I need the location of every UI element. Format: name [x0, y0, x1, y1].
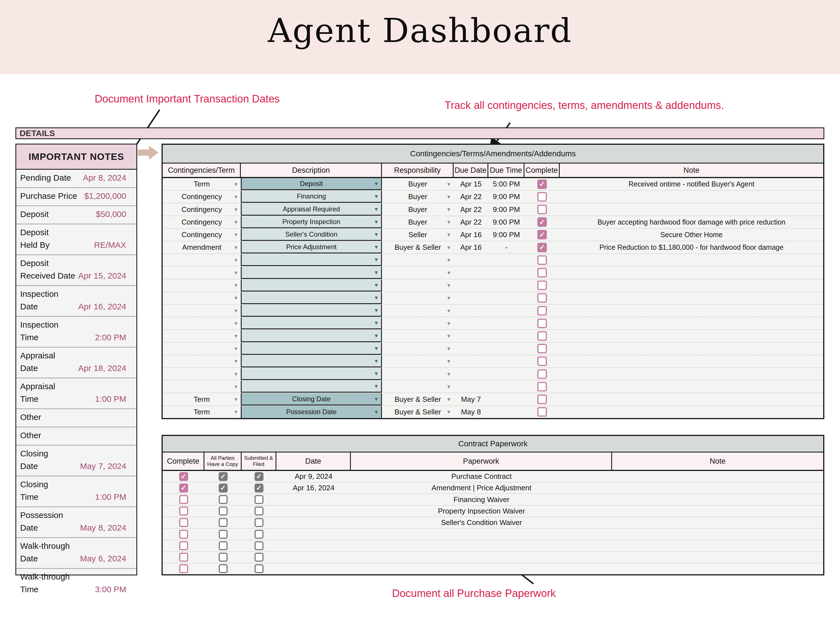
description-cell[interactable]: ▾	[241, 330, 382, 342]
chevron-down-icon[interactable]: ▾	[375, 307, 378, 314]
note-value[interactable]: 2:00 PM	[95, 331, 133, 344]
chevron-down-icon[interactable]: ▾	[375, 345, 378, 352]
chevron-down-icon[interactable]: ▾	[447, 371, 450, 377]
responsibility-cell[interactable]: ▾	[382, 381, 453, 393]
chevron-down-icon[interactable]: ▾	[447, 345, 450, 352]
note-row[interactable]: Possession Date May 8, 2024	[16, 507, 136, 538]
chevron-down-icon[interactable]: ▾	[375, 383, 378, 390]
note-cell[interactable]	[612, 494, 823, 505]
responsibility-cell[interactable]: Seller ▾	[382, 229, 453, 241]
responsibility-cell[interactable]: Buyer ▾	[382, 203, 453, 215]
note-cell[interactable]	[560, 355, 823, 367]
chevron-down-icon[interactable]: ▾	[234, 333, 237, 339]
contingency-type-cell[interactable]: ▾	[163, 317, 241, 329]
note-value[interactable]: 1:00 PM	[95, 393, 133, 405]
chevron-down-icon[interactable]: ▾	[234, 320, 237, 327]
all-parties-checkbox[interactable]	[219, 483, 227, 493]
complete-checkbox[interactable]	[537, 357, 547, 366]
description-cell[interactable]: Appraisal Required ▾	[241, 203, 382, 215]
note-row[interactable]: Deposit $50,000	[16, 206, 136, 224]
contingency-type-cell[interactable]: Contingency ▾	[163, 203, 241, 215]
responsibility-cell[interactable]: ▾	[382, 267, 453, 279]
note-row[interactable]: Other	[16, 427, 136, 445]
responsibility-cell[interactable]: ▾	[382, 254, 453, 266]
date-cell[interactable]	[276, 552, 351, 563]
chevron-down-icon[interactable]: ▾	[375, 319, 378, 326]
note-value[interactable]: $50,000	[96, 208, 133, 220]
chevron-down-icon[interactable]: ▾	[447, 409, 450, 415]
note-row[interactable]: Deposit Held By RE/MAX	[16, 224, 136, 255]
description-cell[interactable]: ▾	[241, 355, 382, 367]
chevron-down-icon[interactable]: ▾	[234, 231, 237, 238]
paperwork-cell[interactable]: Seller's Condition Waiver	[351, 517, 612, 528]
all-parties-checkbox[interactable]	[219, 541, 227, 550]
submitted-filed-checkbox[interactable]	[254, 472, 264, 481]
contingency-type-cell[interactable]: Term ▾	[163, 406, 241, 418]
due-time-cell[interactable]	[488, 393, 524, 405]
description-cell[interactable]: Possession Date ▾	[241, 406, 382, 418]
due-time-cell[interactable]	[488, 355, 524, 367]
chevron-down-icon[interactable]: ▾	[447, 269, 450, 276]
chevron-down-icon[interactable]: ▾	[234, 308, 237, 314]
contingency-type-cell[interactable]: ▾	[163, 305, 241, 317]
due-date-cell[interactable]	[453, 330, 488, 342]
responsibility-cell[interactable]: ▾	[382, 317, 453, 329]
note-cell[interactable]	[560, 343, 823, 355]
due-date-cell[interactable]: Apr 22	[453, 191, 488, 203]
note-value[interactable]: Apr 8, 2024	[83, 171, 133, 184]
responsibility-cell[interactable]: ▾	[382, 305, 453, 317]
complete-checkbox[interactable]	[179, 530, 188, 539]
contingency-type-cell[interactable]: ▾	[163, 279, 241, 292]
note-cell[interactable]	[560, 279, 823, 292]
description-cell[interactable]: Property Inspection ▾	[241, 216, 382, 228]
date-cell[interactable]: Apr 9, 2024	[276, 471, 351, 482]
date-cell[interactable]	[276, 564, 351, 574]
note-row[interactable]: Appraisal Time 1:00 PM	[16, 378, 136, 409]
chevron-down-icon[interactable]: ▾	[375, 269, 378, 276]
all-parties-checkbox[interactable]	[219, 472, 227, 481]
description-cell[interactable]: Closing Date ▾	[241, 393, 382, 405]
note-value[interactable]: May 7, 2024	[80, 460, 133, 472]
complete-checkbox[interactable]	[537, 230, 547, 239]
due-date-cell[interactable]	[453, 292, 488, 304]
chevron-down-icon[interactable]: ▾	[234, 206, 237, 213]
submitted-filed-checkbox[interactable]	[254, 564, 264, 573]
complete-checkbox[interactable]	[537, 281, 547, 290]
responsibility-cell[interactable]: Buyer & Seller ▾	[382, 393, 453, 405]
chevron-down-icon[interactable]: ▾	[234, 269, 237, 276]
complete-checkbox[interactable]	[537, 395, 547, 404]
note-value[interactable]: 1:00 PM	[95, 491, 133, 503]
chevron-down-icon[interactable]: ▾	[447, 358, 450, 365]
chevron-down-icon[interactable]: ▾	[375, 218, 378, 225]
note-value[interactable]: 3:00 PM	[95, 583, 133, 595]
chevron-down-icon[interactable]: ▾	[375, 332, 378, 339]
contingency-type-cell[interactable]: ▾	[163, 368, 241, 380]
note-row[interactable]: Purchase Price $1,200,000	[16, 188, 136, 206]
due-time-cell[interactable]	[488, 406, 524, 418]
note-value[interactable]: $1,200,000	[84, 189, 133, 202]
complete-checkbox[interactable]	[179, 483, 188, 493]
note-row[interactable]: Inspection Time 2:00 PM	[16, 317, 136, 347]
responsibility-cell[interactable]: ▾	[382, 330, 453, 342]
chevron-down-icon[interactable]: ▾	[234, 282, 237, 289]
due-date-cell[interactable]	[453, 355, 488, 367]
note-cell[interactable]	[612, 471, 823, 482]
contingency-type-cell[interactable]: Contingency ▾	[163, 191, 241, 203]
complete-checkbox[interactable]	[537, 217, 547, 227]
description-cell[interactable]: ▾	[241, 305, 382, 317]
note-cell[interactable]	[560, 267, 823, 279]
contingency-type-cell[interactable]: ▾	[163, 267, 241, 279]
complete-checkbox[interactable]	[537, 192, 547, 202]
contingency-type-cell[interactable]: ▾	[163, 343, 241, 355]
note-cell[interactable]: Secure Other Home	[560, 229, 823, 241]
chevron-down-icon[interactable]: ▾	[234, 193, 237, 200]
due-date-cell[interactable]	[453, 317, 488, 329]
details-bar[interactable]: DETAILS	[16, 127, 824, 139]
chevron-down-icon[interactable]: ▾	[375, 180, 378, 187]
chevron-down-icon[interactable]: ▾	[447, 396, 450, 403]
note-row[interactable]: Walk-through Time 3:00 PM	[16, 569, 136, 599]
responsibility-cell[interactable]: ▾	[382, 368, 453, 380]
all-parties-checkbox[interactable]	[219, 495, 227, 504]
due-time-cell[interactable]: -	[488, 242, 524, 253]
responsibility-cell[interactable]: Buyer & Seller ▾	[382, 406, 453, 418]
